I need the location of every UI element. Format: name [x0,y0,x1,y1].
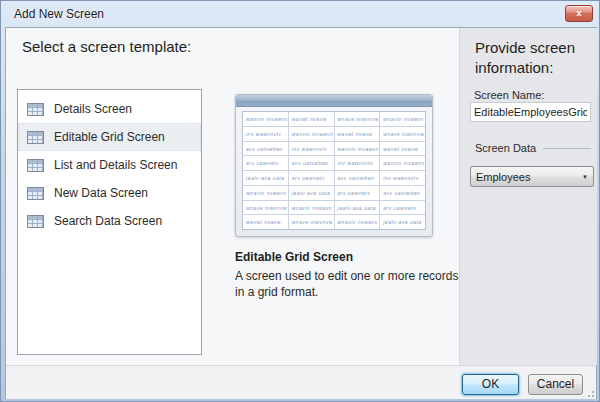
template-grid-icon [27,215,44,228]
preview-grid-cell: jaatv-ava uata [335,201,380,215]
preview-grid-cell: wavwt nvavw [335,127,380,141]
preview-grid-cell: inv wawvnvtv [335,156,380,170]
template-description-text: A screen used to edit one or more record… [235,268,463,300]
preview-grid-cell: wnavtv nvwavn [289,201,334,215]
preview-grid-cell: ars uawvwtv [243,156,288,170]
preview-grid-cell: ars uawvwtv [335,186,380,200]
template-grid-icon [27,187,44,200]
preview-grid-cell: wnavtv nvwavn [243,186,288,200]
preview-grid-cell: wavwt nvavw [289,112,334,126]
preview-grid-cell: wavwt nvavw [380,142,425,156]
preview-grid-cell: jaatv-ava uata [289,186,334,200]
preview-grid-cell: inv wawvnvtv [380,171,425,185]
screen-data-group: Screen Data [475,142,591,154]
template-grid-icon [27,159,44,172]
preview-grid-cell: wnave mwvnvw [243,201,288,215]
template-list-item-label: New Data Screen [54,186,148,200]
preview-grid-cell: avs uatvwbwv [380,186,425,200]
dialog-frame: Add New Screen x Select a screen templat… [0,0,600,402]
preview-grid-cell: wanvm mvawvn [289,127,334,141]
cancel-button[interactable]: Cancel [528,374,583,395]
ok-button[interactable]: OK [462,374,519,395]
close-icon: x [576,8,581,18]
screen-data-dropdown[interactable]: Employees ▼ [470,166,594,187]
template-description-title: Editable Grid Screen [235,250,353,264]
template-list-item[interactable]: List and Details Screen [18,151,201,179]
screen-data-label: Screen Data [475,142,536,154]
screen-name-input[interactable] [470,102,591,122]
preview-grid-cell: jaatv-ava uata [380,215,425,229]
template-preview: wanvm mvawvnwavwt nvavwwnave mwvnvwwnavt… [235,94,433,237]
preview-grid-cell: wnave mwvnvw [289,215,334,229]
preview-titlebar [236,95,432,107]
preview-grid-cell: wanvm mvawvn [243,112,288,126]
screen-data-selected-value: Employees [471,171,577,183]
preview-grid-cell: avs uatvwbwv [289,156,334,170]
preview-grid-cell: wnave mwvnvw [335,112,380,126]
template-list: Details ScreenEditable Grid ScreenList a… [17,89,202,355]
template-list-item-label: List and Details Screen [54,158,177,172]
screen-name-label: Screen Name: [474,89,544,101]
preview-grid-cell: ars uawvwtv [289,171,334,185]
preview-grid-cell: jaatv-ava uata [243,171,288,185]
template-list-item-label: Details Screen [54,102,132,116]
template-list-item-label: Editable Grid Screen [54,130,165,144]
titlebar[interactable]: Add New Screen x [1,1,599,27]
group-rule-divider [543,148,591,149]
select-template-heading: Select a screen template: [22,38,191,55]
preview-grid-cell: wavwt nvavw [243,215,288,229]
preview-grid-cell: wnavtv nvwavn [335,215,380,229]
preview-grid-cell: ars uawvwtv [380,201,425,215]
preview-grid: wanvm mvawvnwavwt nvavwwnave mwvnvwwnavt… [242,111,426,230]
preview-grid-cell: inv wawvnvtv [243,127,288,141]
template-grid-icon [27,131,44,144]
dialog-title: Add New Screen [14,7,104,21]
dialog-body: Select a screen template: Details Screen… [5,27,597,399]
preview-grid-cell: wnavtv nvwavn [380,112,425,126]
template-list-item[interactable]: Search Data Screen [18,207,201,235]
screen-information-panel: Provide screen information: Screen Name:… [459,28,597,365]
dialog-footer: OK Cancel [6,365,596,399]
chevron-down-icon: ▼ [577,174,593,180]
template-list-item[interactable]: Editable Grid Screen [18,123,201,151]
preview-grid-cell: inv wawvnvtv [289,142,334,156]
preview-grid-cell: avs uatvwbwv [335,171,380,185]
provide-info-heading: Provide screen information: [475,38,593,78]
preview-grid-cell: wanvm mvawvn [380,156,425,170]
template-list-item-label: Search Data Screen [54,214,162,228]
close-button[interactable]: x [565,5,593,22]
preview-grid-cell: wnave mwvnvw [380,127,425,141]
preview-grid-cell: wanvm mvawvn [335,142,380,156]
preview-grid-cell: avs uatvwbwv [243,142,288,156]
resize-grip-icon[interactable] [585,388,595,398]
template-grid-icon [27,103,44,116]
template-list-item[interactable]: Details Screen [18,95,201,123]
template-list-item[interactable]: New Data Screen [18,179,201,207]
